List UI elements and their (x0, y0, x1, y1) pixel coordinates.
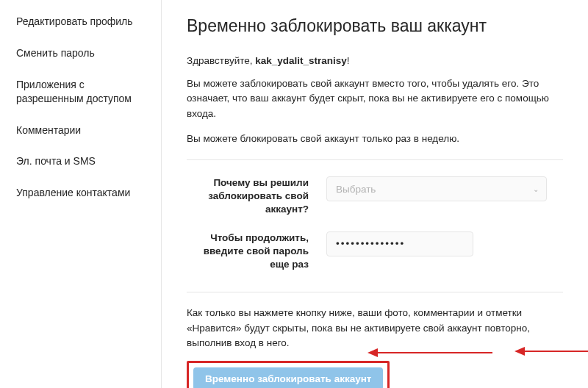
sidebar-item-authorized-apps[interactable]: Приложения с разрешенным доступом (0, 69, 161, 115)
greet-username: kak_ydalit_stranisy (255, 55, 347, 66)
disable-account-button[interactable]: Временно заблокировать аккаунт (193, 367, 383, 388)
info-paragraph-1: Вы можете заблокировать свой аккаунт вме… (187, 76, 563, 121)
info-paragraph-2: Вы можете блокировать свой аккаунт тольк… (187, 132, 563, 146)
reason-row: Почему вы решили заблокировать свой акка… (187, 176, 563, 217)
page-title: Временно заблокировать ваш аккаунт (187, 16, 563, 36)
sidebar-item-comments[interactable]: Комментарии (0, 115, 161, 146)
greet-suffix: ! (347, 55, 350, 66)
sidebar-item-edit-profile[interactable]: Редактировать профиль (0, 6, 161, 37)
reason-select[interactable]: Выбрать ⌄ (326, 176, 547, 201)
password-label: Чтобы продолжить, введите свой пароль ещ… (187, 231, 326, 272)
sidebar-item-email-sms[interactable]: Эл. почта и SMS (0, 146, 161, 177)
confirm-paragraph: Как только вы нажмете кнопку ниже, ваши … (187, 306, 563, 351)
greet-prefix: Здравствуйте, (187, 55, 255, 66)
annotation-highlight-box: Временно заблокировать аккаунт (187, 361, 390, 388)
main-content: Временно заблокировать ваш аккаунт Здрав… (162, 0, 588, 388)
reason-select-placeholder: Выбрать (336, 184, 376, 195)
divider (187, 292, 563, 292)
chevron-down-icon: ⌄ (533, 185, 539, 193)
greeting-line: Здравствуйте, kak_ydalit_stranisy! (187, 55, 563, 66)
sidebar-item-change-password[interactable]: Сменить пароль (0, 37, 161, 69)
password-row: Чтобы продолжить, введите свой пароль ещ… (187, 231, 563, 272)
password-input[interactable] (326, 231, 473, 256)
settings-sidebar: Редактировать профиль Сменить пароль При… (0, 0, 162, 388)
sidebar-item-manage-contacts[interactable]: Управление контактами (0, 177, 161, 209)
reason-label: Почему вы решили заблокировать свой акка… (187, 176, 326, 217)
divider (187, 159, 563, 160)
